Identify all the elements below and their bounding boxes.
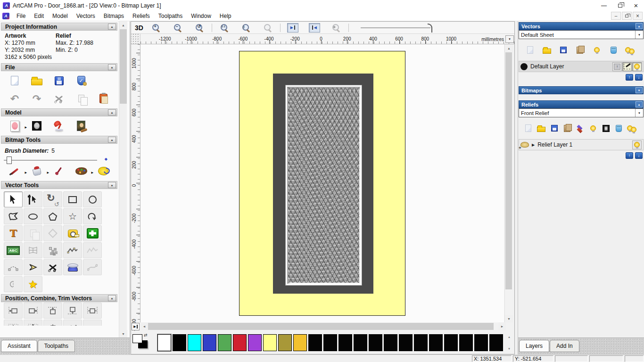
primary-secondary-colors[interactable]: ⇄ (132, 333, 151, 352)
sheet-visible-icon[interactable] (588, 42, 605, 58)
palette-scroll-up-icon[interactable]: ▲ (506, 334, 512, 340)
import-relief-icon[interactable] (561, 121, 573, 136)
model-options-icon[interactable]: ✓ (72, 73, 90, 88)
restore-button[interactable] (612, 0, 628, 11)
transform-icon[interactable] (43, 191, 62, 207)
mdi-restore-button[interactable] (622, 12, 632, 20)
scrollbar-thumb[interactable] (505, 52, 512, 289)
menu-reliefs[interactable]: Reliefs (128, 11, 154, 21)
view-icon[interactable]: ◉ (327, 20, 345, 35)
select-icon[interactable] (4, 191, 23, 207)
palette-swatch[interactable] (354, 334, 367, 351)
edit-layer-icon[interactable] (622, 62, 632, 71)
vector-layer-color[interactable] (520, 63, 528, 70)
palette-swatch[interactable] (489, 334, 503, 351)
vector-tools-header[interactable]: Vector Tools ▲ (1, 181, 117, 189)
relief-layer-name[interactable]: Relief Layer 1 (537, 141, 572, 148)
open-vectors-icon[interactable] (538, 42, 555, 58)
wrap-vectors-icon[interactable]: ★ (24, 276, 42, 292)
ruler-toggle-button[interactable]: ▶ (132, 323, 140, 330)
position-combine-trim-header[interactable]: Position, Combine, Trim Vectors ▲ (1, 294, 117, 302)
copy-icon[interactable] (72, 91, 90, 106)
palette-swatch[interactable] (263, 334, 277, 351)
drawing-canvas[interactable] (140, 44, 504, 322)
palette-swatch[interactable] (173, 334, 186, 351)
create-arc-icon[interactable] (83, 208, 102, 224)
scatter-vectors-icon[interactable] (63, 320, 82, 326)
move-layer-up-icon[interactable]: ↑ (626, 152, 633, 159)
greyscale-relief-icon[interactable] (600, 121, 612, 136)
trim-vectors-icon[interactable] (43, 259, 62, 275)
toggle-3d-view-button[interactable]: 3D (135, 24, 143, 32)
new-relief-icon[interactable] (522, 121, 535, 136)
zoom-out-icon[interactable]: − (169, 20, 187, 35)
collapse-up-icon[interactable]: ▲ (108, 182, 116, 188)
tab-toolpaths[interactable]: Toolpaths (38, 340, 75, 352)
primary-color-swatch[interactable] (132, 334, 142, 343)
align-top-icon[interactable] (43, 303, 62, 319)
align-center-icon[interactable] (4, 320, 23, 326)
palette-swatch[interactable] (459, 334, 473, 351)
align-bottom-icon[interactable] (63, 303, 82, 319)
scroll-down-icon[interactable]: ▼ (119, 330, 127, 337)
collapse-up-icon[interactable]: ▲ (108, 137, 116, 143)
delete-relief-icon[interactable] (612, 121, 625, 136)
create-rectangle-icon[interactable] (63, 191, 82, 207)
extrude-icon[interactable] (63, 259, 82, 275)
create-arrowhead-icon[interactable] (24, 259, 42, 275)
zoom-in-icon[interactable]: + (147, 20, 165, 35)
layer-visible-icon[interactable] (632, 62, 642, 71)
paste-along-curve-icon[interactable] (43, 242, 62, 258)
create-star-icon[interactable]: ☆ (63, 208, 82, 224)
scrollbar-thumb[interactable] (148, 323, 494, 330)
sheet-select[interactable]: Default Sheet ▼ (519, 30, 644, 39)
model-section-header[interactable]: Model ▲ (1, 108, 117, 116)
paint-brush-icon[interactable]: ▶ (6, 164, 24, 179)
reliefs-panel-header[interactable]: Reliefs ▲ (519, 100, 644, 108)
import-vectors-icon[interactable] (572, 42, 588, 58)
palette-swatch[interactable] (369, 334, 382, 351)
snap-in-icon[interactable]: ▶ (284, 20, 302, 35)
mdi-minimize-button[interactable]: – (611, 12, 621, 20)
undo-icon[interactable]: ↶ (6, 91, 24, 106)
envelope-distort-icon[interactable] (24, 242, 42, 258)
close-button[interactable]: × (628, 0, 644, 11)
zoom-scale-icon[interactable]: 1:1 (215, 20, 233, 35)
palette-swatch[interactable] (203, 334, 216, 351)
palette-swatch[interactable] (444, 334, 458, 351)
scrollbar-thumb[interactable] (120, 29, 127, 104)
view-slider[interactable] (361, 27, 430, 28)
create-circle-icon[interactable] (83, 191, 102, 207)
menu-toolpaths[interactable]: Toolpaths (154, 11, 187, 21)
artwork-relief-pattern[interactable] (288, 88, 359, 283)
tab-add-in[interactable]: Add In (550, 340, 579, 352)
collapse-up-icon[interactable]: ▲ (108, 24, 116, 30)
brush-diameter-slider[interactable]: ◆ (4, 160, 97, 161)
bitmaps-panel-header[interactable]: Bitmaps ▼ (519, 86, 644, 94)
ruler-unit-dropdown[interactable]: ▼ (505, 35, 514, 43)
mdi-close-button[interactable]: × (633, 12, 643, 20)
collapse-down-icon[interactable]: ▼ (636, 87, 643, 93)
align-middle-icon[interactable] (43, 320, 62, 326)
move-layer-up-icon[interactable]: ↑ (626, 74, 633, 81)
slider-handle[interactable] (7, 156, 12, 164)
palette-swatch[interactable] (218, 334, 231, 351)
project-information-header[interactable]: Project Information ▲ (1, 23, 117, 31)
relief-visible-icon[interactable] (586, 121, 599, 136)
vector-layer-row[interactable]: Default Layer ↑ (519, 61, 644, 72)
palette-swatch[interactable] (308, 334, 322, 351)
palette-swatch[interactable] (384, 334, 397, 351)
center-horizontal-icon[interactable] (83, 303, 102, 319)
menu-help[interactable]: Help (215, 11, 236, 21)
delete-sheet-icon[interactable] (605, 42, 621, 58)
magic-wand-icon[interactable] (94, 164, 112, 179)
zoom-box-icon[interactable]: ▯ (237, 20, 255, 35)
collapse-up-icon[interactable]: ▲ (108, 109, 116, 115)
redo-icon[interactable]: ↷ (28, 91, 46, 106)
scroll-right-icon[interactable]: ► (498, 322, 506, 330)
palette-swatch[interactable] (293, 334, 307, 351)
free-polyline-icon[interactable] (63, 242, 82, 258)
reduce-points-icon[interactable] (83, 242, 102, 258)
smooth-polyline-icon[interactable] (83, 259, 102, 275)
cut-icon[interactable] (50, 91, 68, 106)
